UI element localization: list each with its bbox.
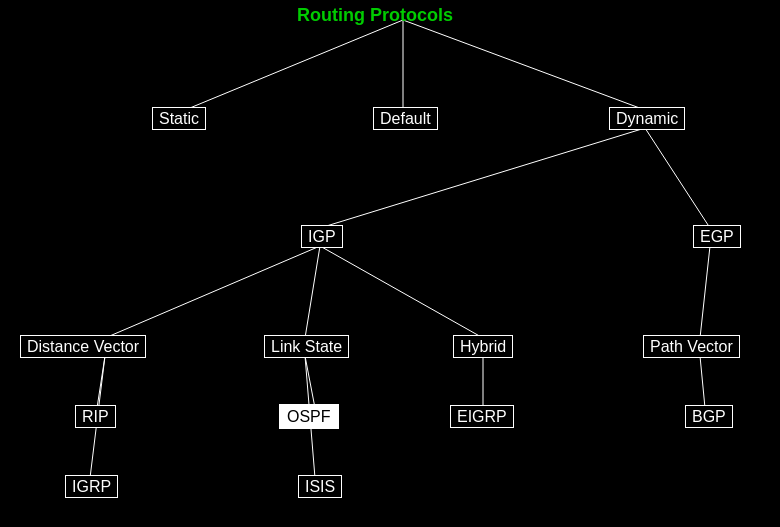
path-vector-node: Path Vector [643, 338, 740, 356]
svg-line-5 [105, 246, 320, 338]
dynamic-node: Dynamic [609, 110, 685, 128]
svg-line-0 [185, 20, 403, 110]
rip-node: RIP [75, 408, 116, 426]
ospf-node: OSPF [279, 408, 339, 426]
svg-line-14 [700, 356, 705, 408]
svg-line-3 [320, 128, 645, 228]
isis-node: ISIS [298, 478, 342, 496]
egp-node: EGP [693, 228, 741, 246]
bgp-node: BGP [685, 408, 733, 426]
svg-line-6 [305, 246, 320, 338]
static-node: Static [152, 110, 206, 128]
svg-line-4 [645, 128, 710, 228]
svg-line-8 [700, 246, 710, 338]
title-node: Routing Protocols [297, 5, 453, 26]
eigrp-node: EIGRP [450, 408, 514, 426]
svg-line-11 [305, 356, 315, 408]
hybrid-node: Hybrid [453, 338, 513, 356]
default-node: Default [373, 110, 438, 128]
svg-line-7 [320, 246, 483, 338]
diagram-lines [0, 0, 780, 527]
igp-node: IGP [301, 228, 343, 246]
link-state-node: Link State [264, 338, 349, 356]
distance-vector-node: Distance Vector [20, 338, 146, 356]
igrp-node: IGRP [65, 478, 118, 496]
svg-line-2 [403, 20, 645, 110]
